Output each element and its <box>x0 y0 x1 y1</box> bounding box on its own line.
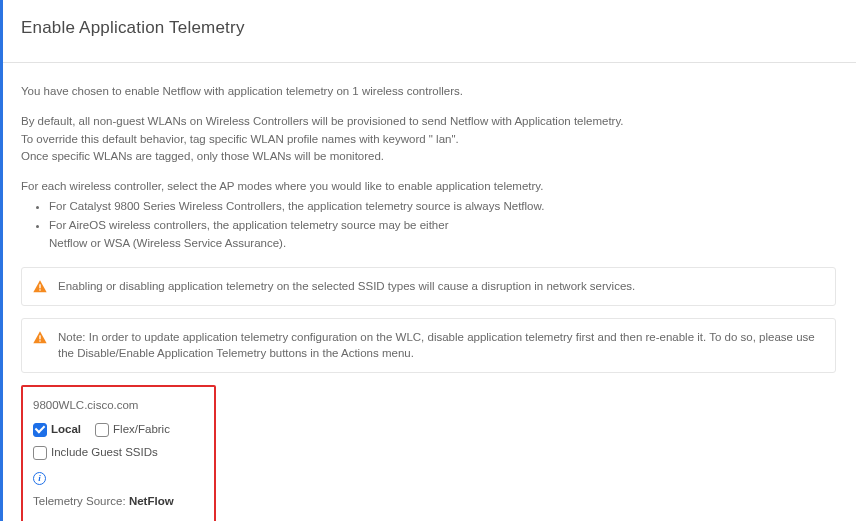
ap-mode-row: Local Flex/Fabric <box>33 421 202 439</box>
wlc-config-box: 9800WLC.cisco.com Local Flex/Fabric Incl… <box>21 385 216 521</box>
checkbox-guest-label: Include Guest SSIDs <box>51 444 158 462</box>
checkbox-local-box <box>33 423 47 437</box>
intro-line-3: For each wireless controller, select the… <box>21 178 836 196</box>
bullet-aireos-l1: For AireOS wireless controllers, the app… <box>49 219 448 231</box>
intro-p2-l3: Once specific WLANs are tagged, only tho… <box>21 150 384 162</box>
checkbox-local-label: Local <box>51 421 81 439</box>
page-container: Enable Application Telemetry You have ch… <box>0 0 856 521</box>
warning-icon <box>32 279 48 295</box>
alert-update-note-text: Note: In order to update application tel… <box>58 329 823 362</box>
checkbox-flex-box <box>95 423 109 437</box>
intro-bullets: For Catalyst 9800 Series Wireless Contro… <box>49 198 836 252</box>
content-region: You have chosen to enable Netflow with a… <box>3 63 856 521</box>
checkbox-flex-fabric[interactable]: Flex/Fabric <box>95 421 170 439</box>
alert-disruption-text: Enabling or disabling application teleme… <box>58 278 635 295</box>
intro-p2-l2: To override this default behavior, tag s… <box>21 133 459 145</box>
guest-ssid-row: Include Guest SSIDs <box>33 444 202 462</box>
page-title: Enable Application Telemetry <box>21 18 836 38</box>
alert-update-note: Note: In order to update application tel… <box>21 318 836 373</box>
bullet-catalyst: For Catalyst 9800 Series Wireless Contro… <box>49 198 836 216</box>
intro-p2-l1: By default, all non-guest WLANs on Wirel… <box>21 115 624 127</box>
wlc-hostname: 9800WLC.cisco.com <box>33 397 202 415</box>
intro-line-1: You have chosen to enable Netflow with a… <box>21 83 836 101</box>
info-icon[interactable]: i <box>33 472 46 485</box>
telemetry-source: Telemetry Source: NetFlow <box>33 493 202 511</box>
svg-rect-1 <box>39 289 40 290</box>
svg-rect-0 <box>39 284 40 288</box>
telemetry-source-label: Telemetry Source: <box>33 495 129 507</box>
checkbox-guest-box <box>33 446 47 460</box>
warning-icon <box>32 330 48 346</box>
checkbox-local[interactable]: Local <box>33 421 81 439</box>
checkbox-flex-label: Flex/Fabric <box>113 421 170 439</box>
svg-rect-3 <box>39 340 40 341</box>
intro-paragraph-2: By default, all non-guest WLANs on Wirel… <box>21 113 836 166</box>
svg-rect-2 <box>39 335 40 339</box>
bullet-aireos: For AireOS wireless controllers, the app… <box>49 217 836 253</box>
bullet-aireos-l2: Netflow or WSA (Wireless Service Assuran… <box>49 237 286 249</box>
header-region: Enable Application Telemetry <box>3 0 856 62</box>
checkbox-include-guest[interactable]: Include Guest SSIDs <box>33 444 158 462</box>
telemetry-source-value: NetFlow <box>129 495 174 507</box>
alert-disruption: Enabling or disabling application teleme… <box>21 267 836 306</box>
